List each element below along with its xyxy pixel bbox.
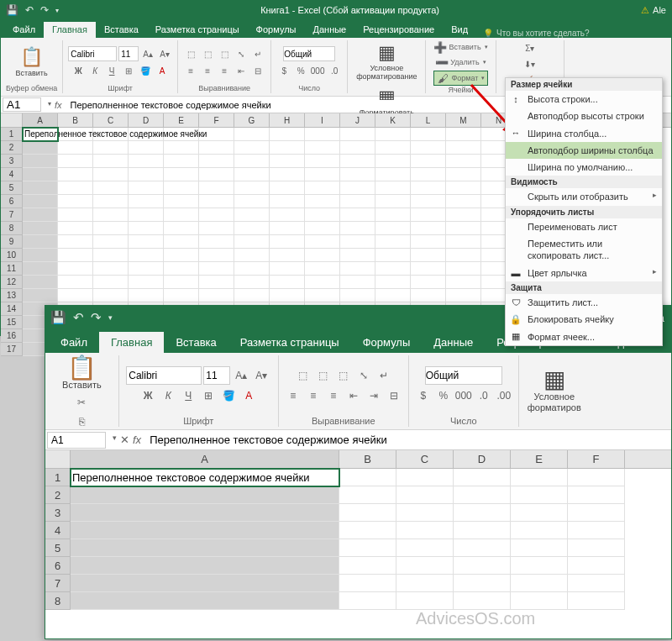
- cell[interactable]: [339, 557, 396, 575]
- cell[interactable]: [71, 557, 339, 575]
- italic-button[interactable]: К: [87, 63, 102, 78]
- cell[interactable]: [411, 235, 446, 249]
- col-head-H[interactable]: H: [270, 113, 305, 127]
- name-box[interactable]: [3, 97, 41, 112]
- cell[interactable]: [305, 262, 340, 276]
- row-head-6[interactable]: 6: [1, 195, 23, 208]
- cell[interactable]: [396, 539, 454, 557]
- cell[interactable]: [396, 557, 454, 575]
- cell[interactable]: [396, 469, 454, 486]
- delete-button[interactable]: ➖Удалить▾: [433, 55, 488, 69]
- col-head-B[interactable]: B: [58, 113, 93, 127]
- cell[interactable]: [411, 276, 446, 289]
- col-head-E[interactable]: E: [511, 450, 568, 468]
- cell[interactable]: [339, 575, 396, 592]
- cell[interactable]: [199, 276, 234, 289]
- grow-font-icon[interactable]: A▴: [232, 366, 250, 385]
- cell[interactable]: [93, 262, 129, 276]
- align-bottom-icon[interactable]: ⬚: [334, 366, 353, 385]
- fx-dropdown-icon[interactable]: ▾: [48, 100, 51, 110]
- row-head-5[interactable]: 5: [45, 539, 71, 557]
- paste-button[interactable]: 📋Вставить: [13, 45, 51, 80]
- shrink-font-icon[interactable]: A▾: [157, 46, 172, 61]
- orientation-icon[interactable]: ⤡: [354, 366, 373, 385]
- cell[interactable]: [58, 262, 93, 276]
- cell[interactable]: [93, 168, 129, 181]
- name-box[interactable]: [47, 432, 106, 449]
- font-name-input[interactable]: [68, 46, 117, 61]
- qat-dropdown-icon[interactable]: ▾: [108, 313, 113, 322]
- cell[interactable]: [305, 208, 340, 222]
- paste-button[interactable]: 📋Вставить: [59, 355, 105, 391]
- cell[interactable]: [199, 222, 234, 235]
- inc-decimal-icon[interactable]: .0: [327, 63, 342, 78]
- cell[interactable]: [375, 141, 411, 155]
- cell[interactable]: [411, 262, 446, 276]
- cell[interactable]: [58, 249, 93, 262]
- cell[interactable]: [164, 168, 199, 181]
- cell[interactable]: [454, 557, 511, 575]
- cell[interactable]: [58, 141, 93, 155]
- dec-decimal-icon[interactable]: .00: [495, 386, 513, 405]
- cell[interactable]: [234, 141, 270, 155]
- tab-data[interactable]: Данные: [304, 22, 354, 38]
- cell[interactable]: [164, 262, 199, 276]
- cell[interactable]: [71, 539, 339, 557]
- cell[interactable]: [396, 575, 454, 592]
- cell[interactable]: [129, 249, 164, 262]
- border-icon[interactable]: ⊞: [199, 386, 218, 405]
- col-head-A[interactable]: A: [23, 113, 58, 127]
- cell[interactable]: [129, 276, 164, 289]
- cell[interactable]: [305, 289, 340, 302]
- cell[interactable]: [340, 276, 375, 289]
- cell[interactable]: [129, 289, 164, 302]
- col-head-K[interactable]: K: [375, 113, 411, 127]
- format-cells-item[interactable]: ▦Формат ячеек...: [506, 328, 662, 345]
- currency-icon[interactable]: $: [276, 63, 291, 78]
- border-icon[interactable]: ⊞: [121, 63, 136, 78]
- cell[interactable]: [234, 249, 270, 262]
- cell[interactable]: [58, 208, 93, 222]
- tab-color-item[interactable]: ▬Цвет ярлычка▸: [506, 265, 662, 281]
- underline-button[interactable]: Ч: [179, 386, 197, 405]
- tab-formulas[interactable]: Формулы: [351, 332, 423, 353]
- currency-icon[interactable]: $: [414, 386, 433, 405]
- wrap-text-icon[interactable]: ↵: [250, 46, 265, 61]
- cell[interactable]: [454, 592, 511, 610]
- cell[interactable]: [164, 208, 199, 222]
- cell[interactable]: [411, 181, 446, 195]
- cell[interactable]: [305, 222, 340, 235]
- merge-icon[interactable]: ⊟: [250, 63, 265, 78]
- tab-layout[interactable]: Разметка страницы: [147, 22, 248, 38]
- cell[interactable]: [375, 235, 411, 249]
- cell[interactable]: [340, 249, 375, 262]
- indent-dec-icon[interactable]: ⇤: [344, 386, 363, 405]
- cell[interactable]: [270, 289, 305, 302]
- cell[interactable]: [411, 128, 446, 141]
- cell[interactable]: [199, 208, 234, 222]
- cell[interactable]: [270, 141, 305, 155]
- redo-icon[interactable]: ↷: [91, 310, 102, 325]
- cell[interactable]: [446, 208, 481, 222]
- tab-review[interactable]: Рецензирование: [354, 22, 443, 38]
- cell[interactable]: [164, 181, 199, 195]
- cell[interactable]: [411, 155, 446, 168]
- protect-sheet-item[interactable]: 🛡Защитить лист...: [506, 294, 662, 311]
- cell[interactable]: [164, 195, 199, 208]
- cell[interactable]: [305, 235, 340, 249]
- row-head-10[interactable]: 10: [1, 249, 23, 262]
- shrink-font-icon[interactable]: A▾: [252, 366, 270, 385]
- cell[interactable]: [199, 262, 234, 276]
- cell[interactable]: [568, 592, 625, 610]
- cell[interactable]: [446, 222, 481, 235]
- tab-view[interactable]: Вид: [443, 22, 476, 38]
- col-head-J[interactable]: J: [340, 113, 375, 127]
- cell[interactable]: Переполненное текстовое содержимое ячейк…: [23, 128, 58, 141]
- cell[interactable]: [164, 141, 199, 155]
- cell[interactable]: [396, 504, 454, 522]
- bold-button[interactable]: Ж: [71, 63, 86, 78]
- cell[interactable]: [511, 557, 568, 575]
- undo-icon[interactable]: ↶: [25, 4, 34, 16]
- align-right-icon[interactable]: ≡: [217, 63, 232, 78]
- cell[interactable]: [446, 262, 481, 276]
